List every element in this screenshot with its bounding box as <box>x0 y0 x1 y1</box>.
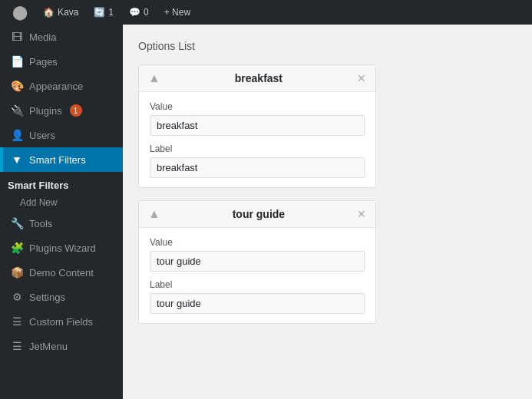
main-content: Options List ▲ breakfast ✕ Value Label ▲… <box>123 25 532 399</box>
sidebar-item-media[interactable]: 🎞 Media <box>0 25 123 49</box>
sidebar-item-plugins[interactable]: 🔌 Plugins 1 <box>0 98 123 123</box>
options-list-title: Options List <box>138 40 517 52</box>
main-layout: 🎞 Media 📄 Pages 🎨 Appearance 🔌 Plugins 1… <box>0 25 532 399</box>
sidebar-item-label: JetMenu <box>29 341 68 352</box>
sidebar-item-label: Demo Content <box>29 267 94 279</box>
tour-guide-value-input[interactable] <box>150 251 365 272</box>
new-button[interactable]: + New <box>158 0 197 25</box>
admin-bar: ⬤ 🏠 Kava 🔄 1 💬 0 + New <box>0 0 532 25</box>
sidebar-item-settings[interactable]: ⚙ Settings <box>0 285 123 309</box>
tour-guide-label-label: Label <box>150 279 365 290</box>
sidebar-item-label: Custom Fields <box>29 316 93 328</box>
breakfast-card: ▲ breakfast ✕ Value Label <box>138 64 376 188</box>
tour-guide-label-input[interactable] <box>150 293 365 314</box>
tour-guide-card-title: tour guide <box>160 208 357 220</box>
new-label: + New <box>164 7 190 18</box>
sidebar-item-label: Media <box>29 31 56 43</box>
tour-guide-close-button[interactable]: ✕ <box>357 209 366 219</box>
breakfast-card-body: Value Label <box>139 92 375 187</box>
settings-icon: ⚙ <box>11 291 23 303</box>
wp-logo-icon: ⬤ <box>12 4 28 21</box>
updates-count: 1 <box>108 7 114 18</box>
users-icon: 👤 <box>11 129 23 141</box>
sidebar-item-appearance[interactable]: 🎨 Appearance <box>0 74 123 98</box>
tools-icon: 🔧 <box>11 217 23 229</box>
sidebar-item-custom-fields[interactable]: ☰ Custom Fields <box>0 309 123 334</box>
sidebar: 🎞 Media 📄 Pages 🎨 Appearance 🔌 Plugins 1… <box>0 25 123 399</box>
pages-icon: 📄 <box>11 55 23 68</box>
sidebar-item-label: Settings <box>29 292 65 303</box>
breakfast-move-icon[interactable]: ▲ <box>148 71 160 85</box>
breakfast-value-label: Value <box>150 101 365 112</box>
comments-count: 0 <box>144 7 149 18</box>
sidebar-item-label: Plugins Wizard <box>29 242 96 254</box>
sidebar-item-label: Plugins <box>29 105 62 117</box>
sidebar-item-plugins-wizard[interactable]: 🧩 Plugins Wizard <box>0 236 123 260</box>
appearance-icon: 🎨 <box>11 80 23 92</box>
sidebar-item-tools[interactable]: 🔧 Tools <box>0 211 123 236</box>
plugins-wizard-icon: 🧩 <box>11 242 23 254</box>
wp-logo-button[interactable]: ⬤ <box>6 0 34 25</box>
breakfast-value-input[interactable] <box>150 115 365 136</box>
demo-content-icon: 📦 <box>11 266 23 279</box>
tour-guide-value-label: Value <box>150 237 365 248</box>
jetmenu-icon: ☰ <box>11 340 23 352</box>
sidebar-item-label: Users <box>29 130 55 141</box>
custom-fields-icon: ☰ <box>11 315 23 328</box>
sidebar-item-smart-filters[interactable]: ▼ Smart Filters <box>0 147 123 172</box>
tour-guide-card-body: Value Label <box>139 228 375 323</box>
media-icon: 🎞 <box>11 31 23 43</box>
site-name: Kava <box>58 7 78 18</box>
sidebar-item-pages[interactable]: 📄 Pages <box>0 49 123 74</box>
sidebar-item-label: Appearance <box>29 81 83 92</box>
sidebar-item-users[interactable]: 👤 Users <box>0 123 123 147</box>
plugins-badge: 1 <box>70 104 82 117</box>
sidebar-item-jetmenu[interactable]: ☰ JetMenu <box>0 334 123 358</box>
comments-button[interactable]: 💬 0 <box>123 0 155 25</box>
home-icon: 🏠 <box>43 7 55 18</box>
sidebar-item-label: Pages <box>29 56 58 68</box>
breakfast-card-title: breakfast <box>160 72 357 84</box>
breakfast-card-header: ▲ breakfast ✕ <box>139 65 375 92</box>
breakfast-close-button[interactable]: ✕ <box>357 73 366 84</box>
tour-guide-move-icon[interactable]: ▲ <box>148 207 160 221</box>
site-name-button[interactable]: 🏠 Kava <box>37 0 84 25</box>
updates-button[interactable]: 🔄 1 <box>88 0 120 25</box>
breakfast-label-input[interactable] <box>150 157 365 178</box>
comments-icon: 💬 <box>129 7 140 18</box>
sidebar-item-label: Tools <box>29 218 52 229</box>
sidebar-sub-add-new[interactable]: Add New <box>0 194 123 211</box>
add-new-label: Add New <box>20 197 58 208</box>
tour-guide-card: ▲ tour guide ✕ Value Label <box>138 200 376 324</box>
smart-filters-icon: ▼ <box>11 153 23 166</box>
plugins-icon: 🔌 <box>11 104 23 117</box>
updates-icon: 🔄 <box>94 7 105 18</box>
tour-guide-card-header: ▲ tour guide ✕ <box>139 201 375 228</box>
breakfast-label-label: Label <box>150 143 365 154</box>
sidebar-section-title: Smart Filters <box>0 172 123 194</box>
sidebar-item-demo-content[interactable]: 📦 Demo Content <box>0 260 123 285</box>
sidebar-item-label: Smart Filters <box>29 154 86 166</box>
